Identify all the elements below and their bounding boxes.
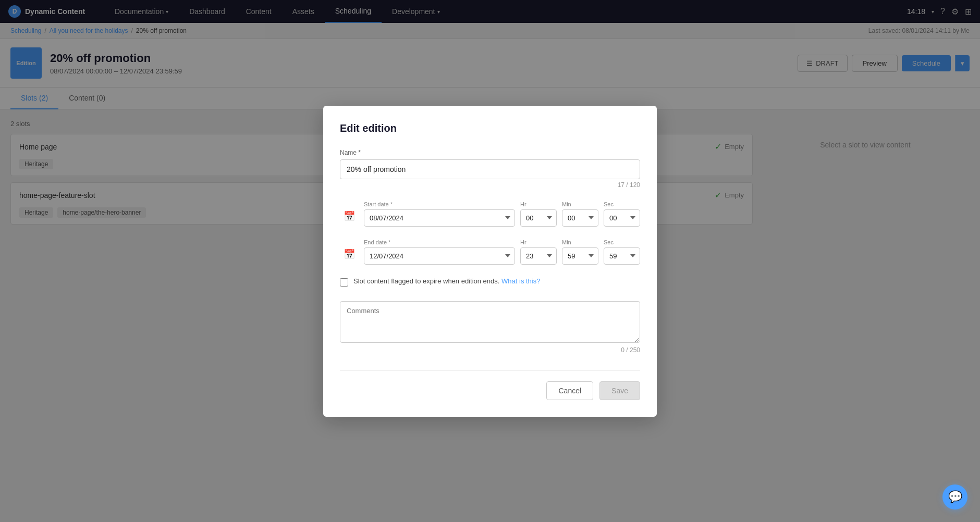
start-sec-label: Sec xyxy=(604,201,640,207)
start-sec-group: Sec 00 xyxy=(604,201,640,227)
end-hr-label: Hr xyxy=(520,239,557,245)
start-date-label: Start date * xyxy=(364,201,515,207)
end-hr-group: Hr 23 xyxy=(520,239,557,265)
end-calendar-icon[interactable]: 📅 xyxy=(340,245,359,264)
name-label: Name * xyxy=(340,149,640,156)
start-date-group: Start date * 08/07/2024 xyxy=(364,201,515,227)
modal-overlay[interactable]: Edit edition Name * 17 / 120 📅 Start dat… xyxy=(0,0,980,422)
expire-text: Slot content flagged to expire when edit… xyxy=(353,277,499,285)
end-min-label: Min xyxy=(562,239,598,245)
modal-footer: Cancel Save xyxy=(340,370,640,400)
start-sec-select[interactable]: 00 xyxy=(604,209,640,227)
name-input[interactable] xyxy=(340,159,640,179)
expire-checkbox[interactable] xyxy=(340,278,348,287)
modal-title: Edit edition xyxy=(340,122,640,134)
cancel-button[interactable]: Cancel xyxy=(546,381,593,400)
comments-textarea[interactable] xyxy=(340,301,640,343)
name-char-count: 17 / 120 xyxy=(340,181,640,189)
end-min-group: Min 59 xyxy=(562,239,598,265)
start-calendar-icon[interactable]: 📅 xyxy=(340,207,359,226)
expire-checkbox-row: Slot content flagged to expire when edit… xyxy=(340,277,640,287)
comments-char-count: 0 / 250 xyxy=(340,346,640,354)
start-min-select[interactable]: 00 xyxy=(562,209,598,227)
expire-checkbox-text: Slot content flagged to expire when edit… xyxy=(353,277,540,285)
save-button[interactable]: Save xyxy=(599,381,640,400)
end-sec-group: Sec 59 xyxy=(604,239,640,265)
end-hr-select[interactable]: 23 xyxy=(520,247,557,265)
start-date-row: 📅 Start date * 08/07/2024 Hr 00 Min 00 xyxy=(340,201,640,227)
end-date-row: 📅 End date * 12/07/2024 Hr 23 Min 59 xyxy=(340,239,640,265)
start-min-label: Min xyxy=(562,201,598,207)
comments-form-group: 0 / 250 xyxy=(340,301,640,354)
name-form-group: Name * 17 / 120 xyxy=(340,149,640,189)
end-date-group: End date * 12/07/2024 xyxy=(364,239,515,265)
end-sec-select[interactable]: 59 xyxy=(604,247,640,265)
end-date-label: End date * xyxy=(364,239,515,245)
start-min-group: Min 00 xyxy=(562,201,598,227)
start-hr-group: Hr 00 xyxy=(520,201,557,227)
end-sec-label: Sec xyxy=(604,239,640,245)
edit-edition-modal: Edit edition Name * 17 / 120 📅 Start dat… xyxy=(323,106,657,417)
end-date-select[interactable]: 12/07/2024 xyxy=(364,247,515,265)
end-min-select[interactable]: 59 xyxy=(562,247,598,265)
start-hr-select[interactable]: 00 xyxy=(520,209,557,227)
start-date-select[interactable]: 08/07/2024 xyxy=(364,209,515,227)
start-hr-label: Hr xyxy=(520,201,557,207)
what-is-this-link[interactable]: What is this? xyxy=(501,277,540,285)
